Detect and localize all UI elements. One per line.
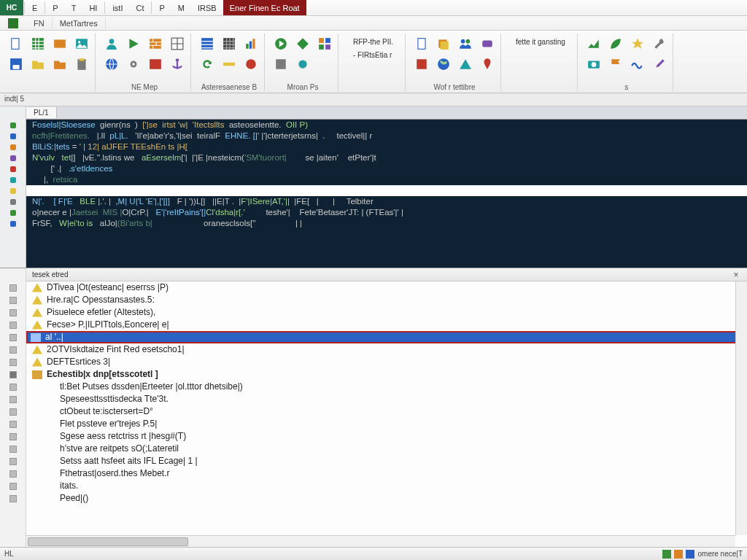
error-row[interactable]: Flet pssteve er'trejes P.5| [26,418,747,430]
play-icon[interactable] [272,35,290,52]
code-line[interactable]: N'vulv tet|] |vE.''.lstins we aEserselm[… [26,152,747,163]
error-row[interactable]: Hre.ra|C Opesstansastes.5: [26,294,747,306]
gutter-marker[interactable] [0,131,26,141]
menu-item-0[interactable]: E [26,0,44,15]
error-row[interactable]: DTivea |Ot(esteanc| eserrss |P) [26,281,747,294]
gutter-marker[interactable] [0,163,26,174]
error-row[interactable]: Sgese aess retctriss rt |hesg#(T) [26,430,747,443]
close-icon[interactable]: × [731,270,741,280]
menu-item-1[interactable]: P [46,0,64,15]
menu-item-5[interactable]: Ct [129,0,150,15]
wall2-icon[interactable] [147,55,164,73]
tent-icon[interactable] [457,55,474,73]
file-tab-0[interactable]: FN [26,18,53,29]
gear-icon[interactable] [125,55,142,73]
code-line[interactable]: |, retsica [26,174,747,185]
globe-icon[interactable] [103,55,120,73]
wall-icon[interactable] [147,35,164,52]
square-icon[interactable] [413,55,430,73]
error-row[interactable]: Fecse> P.|ILPITtols,Eoncere| e| [26,319,747,331]
cam-icon[interactable] [585,55,603,73]
chart2-icon[interactable] [585,35,603,52]
menu-item-4[interactable]: istI [106,0,129,15]
error-row[interactable]: Peed|() [26,492,747,505]
gutter-marker[interactable] [0,120,26,131]
menu-item-active[interactable]: Ener Finen Ec Roat [223,0,306,15]
code-line[interactable]: o|necer e |Jaetsei MIS |O|CrP.| E'|'reIt… [26,207,747,218]
grid2-icon[interactable] [198,35,216,52]
error-row[interactable]: Setss aatt hsfeet aits IFL Ecage| 1 | [26,455,747,467]
image-icon[interactable] [73,35,90,52]
gutter-marker[interactable] [0,152,26,163]
wall3-icon[interactable] [272,55,290,73]
brush-icon[interactable] [651,55,668,73]
error-row[interactable]: h'stve are reitpets sO(;Lateretil [26,443,747,455]
user-icon[interactable] [103,35,120,52]
error-row[interactable]: Pisuelece efetler (Altestets), [26,306,747,319]
wave-icon[interactable] [629,55,646,73]
gutter-marker[interactable] [0,141,26,152]
scrollbar-thumb[interactable] [28,537,188,546]
page-icon[interactable] [413,35,430,52]
code-line[interactable]: Foselsl|Sloesese gienr(ns ) ['|se irtst … [26,120,747,131]
grid-icon[interactable] [169,35,186,52]
error-row[interactable]: ctObeut te:isctersert=D° [26,405,747,418]
error-row-selected[interactable]: al '..| [26,331,747,343]
menu-item-7[interactable]: M [171,0,191,15]
badge-icon[interactable] [479,35,496,52]
gutter-marker[interactable] [0,174,26,185]
grid3-icon[interactable] [220,35,238,52]
code-line[interactable]: FrSF, W|ei'to is alJo|(Bi'arts b| oranes… [26,218,747,229]
gear2-icon[interactable] [294,55,311,73]
file-tab-1[interactable]: MetTartres [53,18,106,29]
error-row[interactable]: tl:Bet Putses dssden|Erteeter |ol.tttor … [26,381,747,393]
ruler-icon[interactable] [220,55,238,73]
error-row[interactable]: Fthetrast|oserd.thes Mebet.r [26,467,747,480]
open-icon[interactable] [29,55,47,73]
code-line[interactable] [26,185,747,196]
users-icon[interactable] [457,35,474,52]
ribbon-text-4-0[interactable]: RFP-the PII. [350,36,396,47]
code-line[interactable]: BlLiS:|tets = ' | 12| alJFEF TEEshEn ts … [26,141,747,152]
gutter-marker[interactable] [0,207,26,218]
error-row[interactable]: Echestib|x dnp[etsscotetl ] [26,368,747,381]
chart-icon[interactable] [242,35,260,52]
flag-icon[interactable] [607,55,624,73]
gutter-marker[interactable] [0,218,26,229]
paste-icon[interactable] [73,55,90,73]
code-line[interactable]: N|'. [ F|'E BLE |.'. | ,M| U|'L 'E'|,['[… [26,196,747,207]
folder-icon[interactable] [51,55,69,73]
blank-icon[interactable] [316,55,333,73]
menu-item-8[interactable]: IRSB [191,0,223,15]
menu-item-2[interactable]: T [65,0,83,15]
diamond-icon[interactable] [294,35,311,52]
code-editor[interactable]: PL/1 Foselsl|Sloesese gienr(ns ) ['|se i… [26,106,747,268]
menu-item-3[interactable]: HI [82,0,104,15]
gutter-marker[interactable] [0,185,26,196]
pin-icon[interactable] [479,55,496,73]
tiles-icon[interactable] [316,35,333,52]
slide-icon[interactable] [51,35,69,52]
error-row[interactable]: 2OTVIskdtaize Fint Red esetscho1| [26,343,747,356]
earth-icon[interactable] [435,55,452,73]
sheet-icon[interactable] [29,35,47,52]
stack-icon[interactable] [435,35,452,52]
ribbon-text-6-0[interactable]: fette it gansting [513,36,568,47]
gutter-marker[interactable] [0,196,26,207]
error-row[interactable]: itats. [26,480,747,492]
run-icon[interactable] [125,35,142,52]
editor-tab[interactable]: PL/1 [26,107,57,118]
ribbon-text-4-1[interactable]: - FIRtsEtia r [350,50,396,61]
code-line[interactable]: ncfh|Fretitenes. |.ll pL|L. 'Il'e|abe'r'… [26,131,747,141]
save-icon[interactable] [7,55,25,73]
anchor-icon[interactable] [169,55,186,73]
horizontal-scrollbar[interactable] [26,535,735,547]
refresh-icon[interactable] [198,55,216,73]
tool-icon[interactable] [651,35,668,52]
stop-icon[interactable] [242,55,260,73]
star-icon[interactable] [629,35,646,52]
error-row[interactable]: DEFTEsrtices 3| [26,356,747,368]
leaf-icon[interactable] [607,35,624,52]
menu-item-6[interactable]: P [152,0,171,15]
doc-icon[interactable] [7,35,25,52]
